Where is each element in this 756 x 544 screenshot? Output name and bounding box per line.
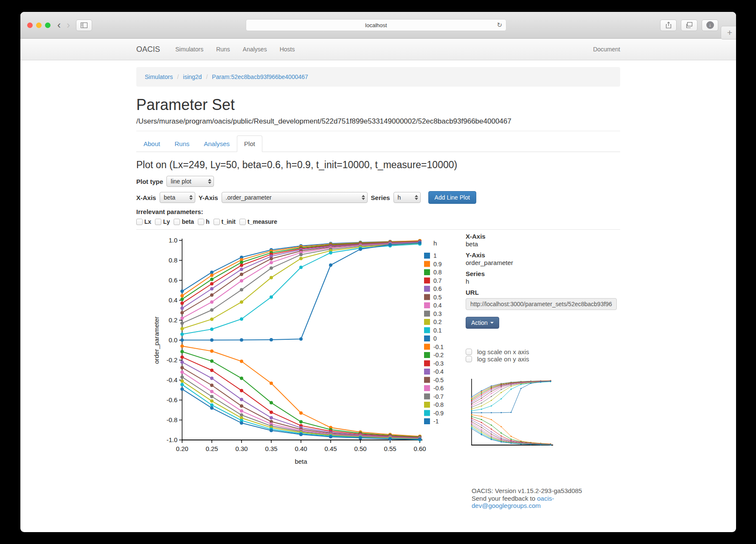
tab-runs[interactable]: Runs bbox=[167, 135, 197, 152]
svg-text:order_parameter: order_parameter bbox=[153, 316, 160, 364]
y-axis-select[interactable]: .order_parameter bbox=[222, 192, 368, 203]
legend-label: -0.9 bbox=[433, 410, 444, 417]
checkbox-lx[interactable] bbox=[136, 219, 143, 225]
side-x-axis-value: beta bbox=[466, 240, 620, 248]
legend-label: -0.7 bbox=[433, 393, 444, 400]
checkbox-h[interactable] bbox=[198, 219, 204, 225]
tab-about[interactable]: About bbox=[136, 135, 167, 152]
checkbox-label-t_init: t_init bbox=[222, 218, 236, 225]
checkbox-beta[interactable] bbox=[174, 219, 180, 225]
forward-icon[interactable]: › bbox=[67, 20, 70, 30]
version-text: OACIS: Version v1.15.2-293-ga53d085 bbox=[472, 487, 620, 495]
svg-text:0.40: 0.40 bbox=[295, 445, 307, 452]
sidebar-icon bbox=[81, 23, 87, 28]
page-content: Simulators/ising2d/Param:52ec8bacb93f966… bbox=[130, 67, 627, 510]
new-tab-button[interactable]: + bbox=[721, 26, 736, 39]
zoom-window-button[interactable] bbox=[45, 23, 51, 28]
legend-swatch bbox=[424, 344, 430, 350]
nav-item-analyses[interactable]: Analyses bbox=[243, 46, 267, 53]
svg-text:0.50: 0.50 bbox=[354, 445, 366, 452]
legend-label: 0.1 bbox=[433, 327, 442, 334]
browser-chrome: ‹ › localhost ↻ bbox=[20, 12, 736, 39]
legend-label: -0.5 bbox=[433, 377, 444, 383]
log-y-label: log scale on y axis bbox=[477, 355, 529, 363]
nav-items: SimulatorsRunsAnalysesHosts bbox=[175, 46, 307, 53]
legend-label: 0 bbox=[433, 335, 437, 342]
nav-item-document[interactable]: Document bbox=[593, 46, 620, 53]
axis-row: X-Axis beta Y-Axis .order_parameter Seri… bbox=[136, 191, 620, 204]
log-scale-options: log scale on x axis log scale on y axis bbox=[466, 348, 620, 363]
breadcrumb-item[interactable]: ising2d bbox=[183, 73, 202, 80]
svg-text:h: h bbox=[433, 240, 437, 247]
checkbox-label-t_measure: t_measure bbox=[247, 218, 277, 225]
plot-type-select[interactable]: line plot bbox=[166, 176, 214, 187]
checkbox-ly[interactable] bbox=[155, 219, 161, 225]
plot-type-row: Plot type line plot bbox=[136, 176, 620, 187]
result-path: /Users/murase/program/oacis/public/Resul… bbox=[136, 117, 620, 126]
minimize-window-button[interactable] bbox=[36, 23, 42, 28]
nav-item-simulators[interactable]: Simulators bbox=[175, 46, 203, 53]
action-button[interactable]: Action bbox=[466, 317, 499, 329]
page-footer: OACIS: Version v1.15.2-293-ga53d085 Send… bbox=[466, 487, 620, 510]
legend-swatch bbox=[424, 418, 430, 424]
legend-swatch bbox=[424, 385, 430, 391]
legend-label: -0.4 bbox=[433, 368, 444, 375]
legend-label: 0.6 bbox=[433, 285, 442, 292]
breadcrumb-separator: / bbox=[177, 73, 179, 80]
log-x-checkbox[interactable] bbox=[466, 349, 472, 355]
chart-thumbnail bbox=[468, 376, 553, 449]
svg-text:0.2: 0.2 bbox=[169, 316, 177, 324]
plot-url-input[interactable] bbox=[466, 298, 617, 310]
svg-text:0.4: 0.4 bbox=[169, 296, 177, 304]
breadcrumb-item[interactable]: Simulators bbox=[145, 73, 173, 80]
checkbox-label-h: h bbox=[206, 218, 210, 225]
checkbox-t_init[interactable] bbox=[214, 219, 220, 225]
sidebar-toggle-button[interactable] bbox=[76, 20, 92, 31]
svg-text:-0.8: -0.8 bbox=[166, 416, 177, 423]
share-button[interactable] bbox=[660, 20, 677, 31]
legend-swatch bbox=[424, 369, 430, 375]
svg-text:-0.2: -0.2 bbox=[166, 356, 177, 364]
side-x-axis-label: X-Axis bbox=[466, 233, 620, 240]
series-label: Series bbox=[371, 194, 390, 201]
legend-label: -1 bbox=[433, 418, 439, 425]
log-y-checkbox[interactable] bbox=[466, 356, 472, 362]
tab-plot[interactable]: Plot bbox=[237, 135, 262, 152]
plot-type-label: Plot type bbox=[136, 178, 163, 185]
legend-label: 0.2 bbox=[433, 319, 442, 325]
legend-swatch bbox=[424, 319, 430, 325]
x-axis-value: beta bbox=[164, 194, 175, 201]
line-chart: 1.00.80.60.40.20.0-0.2-0.4-0.6-0.8-1.00.… bbox=[136, 233, 463, 470]
nav-item-hosts[interactable]: Hosts bbox=[280, 46, 295, 53]
svg-text:0.60: 0.60 bbox=[413, 445, 426, 452]
downloads-button[interactable]: ↓ bbox=[702, 20, 718, 31]
x-axis-label: X-Axis bbox=[136, 194, 156, 201]
brand-oacis[interactable]: OACIS bbox=[136, 45, 160, 54]
side-y-axis-label: Y-Axis bbox=[466, 252, 620, 259]
series-select[interactable]: h bbox=[393, 192, 421, 203]
close-window-button[interactable] bbox=[27, 23, 33, 28]
svg-text:-1.0: -1.0 bbox=[166, 436, 177, 443]
back-icon[interactable]: ‹ bbox=[57, 20, 61, 30]
plot-heading: Plot on (Lx=249, Ly=50, beta=0.6, h=0.9,… bbox=[136, 159, 620, 171]
add-line-plot-button[interactable]: Add Line Plot bbox=[428, 191, 476, 204]
svg-text:0.35: 0.35 bbox=[265, 445, 277, 452]
nav-item-runs[interactable]: Runs bbox=[216, 46, 230, 53]
svg-text:beta: beta bbox=[295, 458, 307, 465]
breadcrumb-item[interactable]: Param:52ec8bacb93f966be4000467 bbox=[212, 73, 308, 80]
plot-type-value: line plot bbox=[171, 178, 191, 185]
tab-overview-button[interactable] bbox=[681, 20, 697, 31]
side-url-label: URL bbox=[466, 289, 620, 296]
x-axis-select[interactable]: beta bbox=[160, 192, 195, 203]
page-title: Parameter Set bbox=[136, 96, 620, 114]
tab-bar: AboutRunsAnalysesPlot bbox=[136, 135, 620, 152]
y-axis-label: Y-Axis bbox=[199, 194, 218, 201]
legend-swatch bbox=[424, 327, 430, 333]
address-bar[interactable]: localhost ↻ bbox=[246, 19, 506, 31]
feedback-text: Send your feedback to oacis-dev@googlegr… bbox=[472, 495, 620, 510]
checkbox-t_measure[interactable] bbox=[239, 219, 246, 225]
url-text: localhost bbox=[365, 22, 387, 28]
breadcrumb-separator: / bbox=[206, 73, 208, 80]
tab-analyses[interactable]: Analyses bbox=[197, 135, 237, 152]
reload-icon[interactable]: ↻ bbox=[497, 21, 502, 29]
